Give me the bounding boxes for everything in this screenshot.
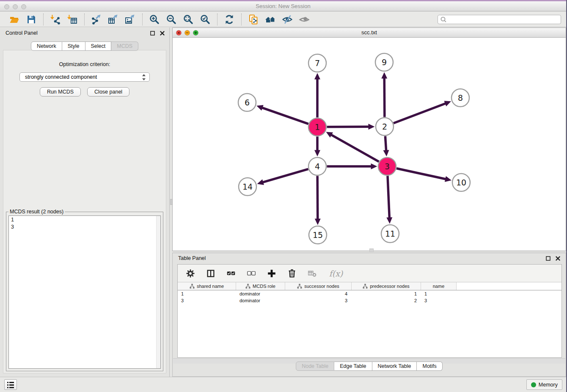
tab-edge-table[interactable]: Edge Table: [334, 362, 372, 371]
tab-motifs[interactable]: Motifs: [417, 362, 442, 371]
graph-edge-3-1[interactable]: [326, 132, 379, 162]
control-panel-close-icon[interactable]: [160, 30, 165, 36]
network-zoom-icon[interactable]: [193, 30, 198, 36]
toolbar-group: [85, 13, 142, 26]
task-history-button[interactable]: [4, 379, 17, 390]
select-all-checkboxes-button[interactable]: [225, 268, 237, 279]
import-table-button[interactable]: [66, 13, 79, 26]
search-input[interactable]: [447, 16, 559, 23]
table-cell[interactable]: 1: [178, 290, 236, 297]
column-header-predecessor-nodes[interactable]: predecessor nodes: [352, 282, 421, 290]
graph-edge-4-3[interactable]: [327, 163, 377, 169]
table-cell[interactable]: dominator: [236, 290, 285, 297]
graph-node-11[interactable]: 11: [381, 225, 399, 243]
svg-text:3: 3: [385, 162, 390, 171]
graph-edge-1-4[interactable]: [314, 137, 320, 157]
table-row[interactable]: 1dominator411: [178, 290, 561, 297]
sort-tree-icon: [245, 284, 250, 289]
refresh-network-button[interactable]: [223, 13, 236, 26]
graph-edge-2-9[interactable]: [381, 72, 387, 117]
network-close-icon[interactable]: [176, 30, 182, 36]
graph-node-1[interactable]: 1: [308, 118, 326, 136]
tab-network-table[interactable]: Network Table: [372, 362, 417, 371]
tab-select[interactable]: Select: [85, 41, 112, 51]
export-table-button[interactable]: [107, 13, 120, 26]
split-view-button[interactable]: [205, 268, 217, 279]
column-header-name[interactable]: name: [421, 282, 457, 290]
window-traffic-lights[interactable]: [4, 4, 26, 9]
mcds-panel: Optimization criterion: strongly connect…: [3, 50, 166, 373]
toolbar-group: [3, 13, 43, 26]
graph-node-15[interactable]: 15: [309, 226, 327, 244]
export-network-button[interactable]: [90, 13, 103, 26]
tab-node-table[interactable]: Node Table: [296, 362, 334, 371]
window-minimize-icon[interactable]: [13, 4, 18, 9]
export-image-button[interactable]: [124, 13, 137, 26]
table-row[interactable]: 3dominator323: [178, 297, 561, 304]
table-cell[interactable]: 1: [421, 290, 457, 297]
table-panel-close-icon[interactable]: [555, 256, 561, 261]
tab-network[interactable]: Network: [31, 41, 62, 51]
table-panel-float-icon[interactable]: [545, 256, 551, 261]
zoom-fit-button[interactable]: [182, 13, 195, 26]
graph-node-2[interactable]: 2: [376, 118, 394, 135]
graph-node-14[interactable]: 14: [239, 178, 256, 196]
graph-edge-3-10[interactable]: [396, 168, 451, 182]
deselect-all-checkboxes-button[interactable]: [245, 268, 257, 279]
zoom-out-button[interactable]: [165, 13, 178, 26]
window-zoom-icon[interactable]: [21, 4, 26, 9]
close-panel-button[interactable]: Close panel: [87, 87, 129, 97]
window-close-icon[interactable]: [4, 4, 9, 9]
graph-node-8[interactable]: 8: [451, 89, 469, 107]
delete-column-button[interactable]: [286, 268, 298, 279]
search-box[interactable]: [438, 15, 561, 24]
graph-node-3[interactable]: 3: [378, 157, 396, 175]
graph-edge-1-7[interactable]: [314, 73, 320, 118]
network-canvas[interactable]: 7968124314101511: [173, 38, 566, 251]
table-cell[interactable]: 3: [178, 297, 236, 304]
graph-edge-2-8[interactable]: [394, 101, 451, 123]
graph-edge-4-14[interactable]: [257, 169, 308, 185]
mcds-result-textarea[interactable]: 1 3: [8, 215, 161, 369]
table-cell[interactable]: dominator: [236, 297, 285, 304]
settings-gear-button[interactable]: [184, 268, 196, 279]
graph-edge-3-11[interactable]: [386, 176, 392, 224]
table-cell[interactable]: 1: [352, 290, 421, 297]
save-session-button[interactable]: [25, 13, 38, 26]
import-network-button[interactable]: [49, 13, 62, 26]
graph-node-4[interactable]: 4: [308, 157, 326, 175]
run-mcds-button[interactable]: Run MCDS: [40, 87, 81, 97]
graph-edge-4-15[interactable]: [315, 176, 321, 225]
add-column-button[interactable]: [266, 268, 278, 279]
graph-node-7[interactable]: 7: [308, 54, 326, 72]
table-cell[interactable]: 4: [285, 290, 352, 297]
graph-edge-2-3[interactable]: [383, 136, 389, 156]
open-file-button[interactable]: [8, 13, 21, 26]
network-graph[interactable]: 7968124314101511: [173, 38, 567, 251]
copy-network-button[interactable]: [247, 13, 260, 26]
control-panel-float-icon[interactable]: [150, 30, 155, 36]
graph-edge-1-2[interactable]: [327, 124, 374, 130]
zoom-selected-button[interactable]: [199, 13, 212, 26]
tab-style[interactable]: Style: [62, 41, 85, 51]
column-header-successor-nodes[interactable]: successor nodes: [285, 282, 352, 290]
zoom-in-button[interactable]: [148, 13, 161, 26]
graph-node-9[interactable]: 9: [375, 53, 393, 71]
show-graphics-details-button[interactable]: [298, 13, 311, 26]
first-neighbors-button[interactable]: [264, 13, 277, 26]
column-header-MCDS-role[interactable]: MCDS role: [236, 282, 285, 290]
table-toolbar: f(x): [178, 265, 561, 282]
column-header-shared-name[interactable]: shared name: [178, 282, 236, 290]
graph-node-6[interactable]: 6: [238, 94, 256, 111]
table-cell[interactable]: 3: [421, 297, 457, 304]
network-minimize-icon[interactable]: [184, 30, 190, 36]
table-panel: Table Panel f(x) shared name MCDS role s…: [172, 253, 566, 377]
hide-panels-button[interactable]: [281, 13, 294, 26]
table-cell[interactable]: 3: [285, 297, 352, 304]
table-cell[interactable]: 2: [352, 297, 421, 304]
tab-mcds[interactable]: MCDS: [111, 41, 138, 51]
memory-button[interactable]: Memory: [526, 379, 562, 390]
graph-node-10[interactable]: 10: [452, 174, 470, 191]
optimization-criterion-select[interactable]: strongly connected component: [19, 72, 150, 82]
graph-edge-1-6[interactable]: [256, 105, 308, 124]
